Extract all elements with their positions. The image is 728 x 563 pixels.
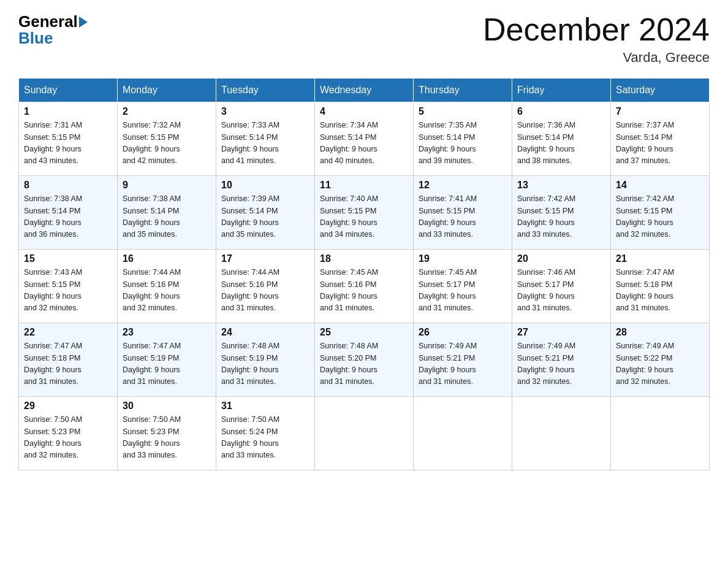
day-number: 13 — [517, 180, 605, 191]
day-info: Sunrise: 7:44 AMSunset: 5:16 PMDaylight:… — [221, 267, 309, 315]
calendar-table: SundayMondayTuesdayWednesdayThursdayFrid… — [18, 78, 710, 470]
calendar-cell: 31Sunrise: 7:50 AMSunset: 5:24 PMDayligh… — [216, 397, 315, 470]
calendar-cell: 30Sunrise: 7:50 AMSunset: 5:23 PMDayligh… — [118, 397, 216, 470]
day-number: 12 — [419, 180, 507, 191]
day-info: Sunrise: 7:35 AMSunset: 5:14 PMDaylight:… — [419, 120, 507, 167]
calendar-cell: 18Sunrise: 7:45 AMSunset: 5:16 PMDayligh… — [315, 250, 414, 323]
day-number: 9 — [123, 180, 211, 191]
day-number: 14 — [616, 180, 704, 191]
col-header-thursday: Thursday — [414, 79, 512, 102]
logo: General Blue — [18, 12, 89, 48]
day-info: Sunrise: 7:49 AMSunset: 5:21 PMDaylight:… — [517, 340, 605, 388]
calendar-cell: 10Sunrise: 7:39 AMSunset: 5:14 PMDayligh… — [216, 176, 315, 250]
day-info: Sunrise: 7:36 AMSunset: 5:14 PMDaylight:… — [517, 120, 605, 167]
col-header-wednesday: Wednesday — [315, 79, 414, 102]
day-info: Sunrise: 7:49 AMSunset: 5:22 PMDaylight:… — [616, 340, 704, 388]
day-number: 8 — [24, 180, 112, 191]
day-number: 28 — [616, 327, 704, 338]
day-number: 11 — [320, 180, 408, 191]
day-number: 4 — [320, 106, 408, 117]
day-number: 7 — [616, 106, 704, 117]
calendar-cell: 2Sunrise: 7:32 AMSunset: 5:15 PMDaylight… — [118, 102, 216, 176]
calendar-cell — [414, 397, 512, 470]
day-info: Sunrise: 7:45 AMSunset: 5:16 PMDaylight:… — [320, 267, 408, 315]
calendar-cell — [512, 397, 611, 470]
calendar-cell: 1Sunrise: 7:31 AMSunset: 5:15 PMDaylight… — [19, 102, 118, 176]
calendar-cell: 24Sunrise: 7:48 AMSunset: 5:19 PMDayligh… — [216, 323, 315, 397]
logo-blue: Blue — [18, 29, 53, 47]
day-number: 1 — [24, 106, 112, 117]
logo-arrow-icon — [79, 17, 88, 28]
calendar-week-row: 1Sunrise: 7:31 AMSunset: 5:15 PMDaylight… — [19, 102, 710, 176]
calendar-cell: 23Sunrise: 7:47 AMSunset: 5:19 PMDayligh… — [118, 323, 216, 397]
calendar-cell: 22Sunrise: 7:47 AMSunset: 5:18 PMDayligh… — [19, 323, 118, 397]
calendar-cell: 15Sunrise: 7:43 AMSunset: 5:15 PMDayligh… — [19, 250, 118, 323]
day-number: 16 — [123, 253, 211, 264]
calendar-cell: 12Sunrise: 7:41 AMSunset: 5:15 PMDayligh… — [414, 176, 512, 250]
day-number: 5 — [419, 106, 507, 117]
day-number: 26 — [419, 327, 507, 338]
day-info: Sunrise: 7:43 AMSunset: 5:15 PMDaylight:… — [24, 267, 112, 315]
calendar-cell: 11Sunrise: 7:40 AMSunset: 5:15 PMDayligh… — [315, 176, 414, 250]
day-number: 18 — [320, 253, 408, 264]
day-info: Sunrise: 7:38 AMSunset: 5:14 PMDaylight:… — [24, 193, 112, 241]
day-number: 20 — [517, 253, 605, 264]
col-header-friday: Friday — [512, 79, 611, 102]
calendar-week-row: 29Sunrise: 7:50 AMSunset: 5:23 PMDayligh… — [19, 397, 710, 470]
calendar-cell: 6Sunrise: 7:36 AMSunset: 5:14 PMDaylight… — [512, 102, 611, 176]
day-number: 21 — [616, 253, 704, 264]
calendar-cell: 19Sunrise: 7:45 AMSunset: 5:17 PMDayligh… — [414, 250, 512, 323]
day-number: 30 — [123, 400, 211, 412]
col-header-tuesday: Tuesday — [216, 79, 315, 102]
calendar-cell: 25Sunrise: 7:48 AMSunset: 5:20 PMDayligh… — [315, 323, 414, 397]
col-header-monday: Monday — [118, 79, 216, 102]
day-info: Sunrise: 7:47 AMSunset: 5:18 PMDaylight:… — [616, 267, 704, 315]
day-number: 27 — [517, 327, 605, 338]
calendar-cell: 14Sunrise: 7:42 AMSunset: 5:15 PMDayligh… — [611, 176, 710, 250]
calendar-cell: 28Sunrise: 7:49 AMSunset: 5:22 PMDayligh… — [611, 323, 710, 397]
day-info: Sunrise: 7:48 AMSunset: 5:20 PMDaylight:… — [320, 340, 408, 388]
day-number: 29 — [24, 400, 112, 412]
calendar-cell: 4Sunrise: 7:34 AMSunset: 5:14 PMDaylight… — [315, 102, 414, 176]
calendar-week-row: 15Sunrise: 7:43 AMSunset: 5:15 PMDayligh… — [19, 250, 710, 323]
day-info: Sunrise: 7:46 AMSunset: 5:17 PMDaylight:… — [517, 267, 605, 315]
day-info: Sunrise: 7:47 AMSunset: 5:19 PMDaylight:… — [123, 340, 211, 388]
day-info: Sunrise: 7:33 AMSunset: 5:14 PMDaylight:… — [221, 120, 309, 167]
day-info: Sunrise: 7:50 AMSunset: 5:24 PMDaylight:… — [221, 414, 309, 462]
calendar-cell: 9Sunrise: 7:38 AMSunset: 5:14 PMDaylight… — [118, 176, 216, 250]
day-number: 6 — [517, 106, 605, 117]
calendar-cell: 21Sunrise: 7:47 AMSunset: 5:18 PMDayligh… — [611, 250, 710, 323]
month-title: December 2024 — [483, 12, 710, 47]
calendar-cell — [611, 397, 710, 470]
day-info: Sunrise: 7:40 AMSunset: 5:15 PMDaylight:… — [320, 193, 408, 241]
day-info: Sunrise: 7:38 AMSunset: 5:14 PMDaylight:… — [123, 193, 211, 241]
day-info: Sunrise: 7:34 AMSunset: 5:14 PMDaylight:… — [320, 120, 408, 167]
calendar-week-row: 22Sunrise: 7:47 AMSunset: 5:18 PMDayligh… — [19, 323, 710, 397]
col-header-sunday: Sunday — [19, 79, 118, 102]
calendar-week-row: 8Sunrise: 7:38 AMSunset: 5:14 PMDaylight… — [19, 176, 710, 250]
calendar-cell: 13Sunrise: 7:42 AMSunset: 5:15 PMDayligh… — [512, 176, 611, 250]
day-number: 3 — [221, 106, 309, 117]
day-info: Sunrise: 7:39 AMSunset: 5:14 PMDaylight:… — [221, 193, 309, 241]
calendar-cell: 26Sunrise: 7:49 AMSunset: 5:21 PMDayligh… — [414, 323, 512, 397]
calendar-cell: 27Sunrise: 7:49 AMSunset: 5:21 PMDayligh… — [512, 323, 611, 397]
calendar-cell: 5Sunrise: 7:35 AMSunset: 5:14 PMDaylight… — [414, 102, 512, 176]
day-number: 23 — [123, 327, 211, 338]
day-info: Sunrise: 7:41 AMSunset: 5:15 PMDaylight:… — [419, 193, 507, 241]
day-info: Sunrise: 7:48 AMSunset: 5:19 PMDaylight:… — [221, 340, 309, 388]
day-number: 24 — [221, 327, 309, 338]
calendar-cell: 3Sunrise: 7:33 AMSunset: 5:14 PMDaylight… — [216, 102, 315, 176]
calendar-cell: 8Sunrise: 7:38 AMSunset: 5:14 PMDaylight… — [19, 176, 118, 250]
day-info: Sunrise: 7:44 AMSunset: 5:16 PMDaylight:… — [123, 267, 211, 315]
calendar-header-row: SundayMondayTuesdayWednesdayThursdayFrid… — [19, 79, 710, 102]
day-info: Sunrise: 7:42 AMSunset: 5:15 PMDaylight:… — [616, 193, 704, 241]
page-header: General Blue December 2024 Varda, Greece — [18, 12, 710, 66]
day-info: Sunrise: 7:49 AMSunset: 5:21 PMDaylight:… — [419, 340, 507, 388]
calendar-cell: 7Sunrise: 7:37 AMSunset: 5:14 PMDaylight… — [611, 102, 710, 176]
day-info: Sunrise: 7:42 AMSunset: 5:15 PMDaylight:… — [517, 193, 605, 241]
day-info: Sunrise: 7:50 AMSunset: 5:23 PMDaylight:… — [24, 414, 112, 462]
calendar-cell: 29Sunrise: 7:50 AMSunset: 5:23 PMDayligh… — [19, 397, 118, 470]
day-number: 15 — [24, 253, 112, 264]
day-number: 17 — [221, 253, 309, 264]
title-section: December 2024 Varda, Greece — [483, 12, 710, 66]
